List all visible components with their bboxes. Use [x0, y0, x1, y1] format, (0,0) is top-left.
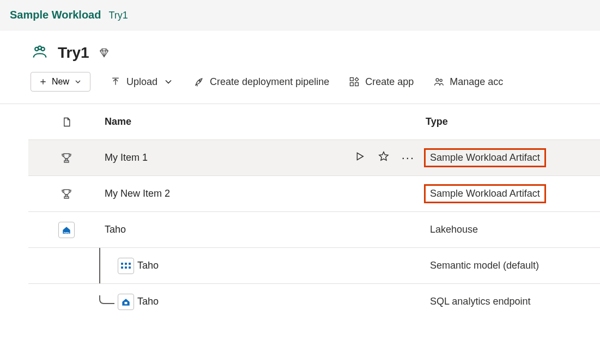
trophy-icon — [59, 186, 74, 202]
svg-point-2 — [38, 46, 41, 50]
item-name: Taho — [137, 296, 159, 307]
row-actions: ··· — [354, 150, 415, 165]
toolbar: New Upload Create deployment pipeline Cr… — [0, 72, 600, 104]
column-type-header[interactable]: Type — [426, 116, 600, 128]
trophy-icon — [59, 150, 74, 166]
table-header: Name Type — [28, 104, 600, 139]
table-row-child[interactable]: TahoSemantic model (default) — [28, 247, 600, 283]
item-name: Taho — [105, 224, 126, 235]
plus-icon — [39, 77, 47, 86]
workspace-header: Try1 — [0, 44, 600, 72]
app-name[interactable]: Sample Workload — [10, 9, 101, 21]
run-icon[interactable] — [354, 150, 366, 165]
item-type: Semantic model (default) — [426, 258, 543, 274]
new-button-label: New — [52, 77, 69, 87]
svg-point-3 — [199, 80, 201, 82]
favorite-star-icon[interactable] — [378, 150, 390, 165]
premium-diamond-icon — [98, 47, 110, 59]
workspace-name: Try1 — [58, 44, 89, 62]
breadcrumb-bar: Sample Workload Try1 — [0, 0, 600, 31]
item-type: Lakehouse — [426, 222, 482, 238]
svg-rect-5 — [355, 83, 359, 86]
svg-point-8 — [440, 79, 442, 81]
file-icon — [61, 117, 72, 128]
item-name: Taho — [137, 260, 159, 271]
svg-rect-4 — [350, 78, 354, 81]
chevron-down-icon — [163, 76, 174, 87]
create-app-button[interactable]: Create app — [349, 76, 414, 88]
table-row[interactable]: TahoLakehouse — [28, 211, 600, 247]
manage-access-button[interactable]: Manage acc — [433, 76, 503, 88]
workspace-content: Try1 New Upload Create deployment pipeli… — [0, 31, 600, 319]
chevron-down-icon — [74, 77, 82, 86]
svg-rect-9 — [125, 302, 128, 304]
lakehouse-icon — [58, 222, 75, 238]
create-app-label: Create app — [365, 76, 414, 88]
rocket-icon — [193, 76, 204, 87]
create-pipeline-label: Create deployment pipeline — [210, 76, 329, 88]
sql-endpoint-icon — [118, 294, 134, 310]
more-actions-icon[interactable]: ··· — [402, 152, 415, 164]
semantic-model-icon — [118, 258, 134, 274]
svg-rect-6 — [350, 83, 354, 86]
column-icon-header — [28, 117, 105, 128]
apps-icon — [349, 76, 360, 87]
manage-access-label: Manage acc — [450, 76, 503, 88]
item-type: SQL analytics endpoint — [426, 294, 535, 310]
workspace-icon — [31, 44, 49, 62]
item-name: My New Item 2 — [105, 188, 170, 199]
create-pipeline-button[interactable]: Create deployment pipeline — [193, 76, 329, 88]
upload-label: Upload — [126, 76, 157, 88]
item-name: My Item 1 — [105, 152, 148, 163]
table-row[interactable]: My New Item 2Sample Workload Artifact — [28, 175, 600, 211]
table-row-child[interactable]: TahoSQL analytics endpoint — [28, 283, 600, 319]
items-table: Name Type My Item 1Sample Workload Artif… — [0, 104, 600, 319]
item-type: Sample Workload Artifact — [426, 186, 544, 202]
svg-point-7 — [436, 78, 439, 81]
upload-button[interactable]: Upload — [110, 76, 174, 88]
upload-icon — [110, 76, 121, 87]
people-icon — [433, 76, 444, 87]
item-type: Sample Workload Artifact — [426, 150, 544, 166]
new-button[interactable]: New — [31, 72, 90, 92]
table-row[interactable]: My Item 1Sample Workload Artifact··· — [28, 139, 600, 175]
breadcrumb-workspace[interactable]: Try1 — [108, 10, 128, 21]
column-name-header[interactable]: Name — [105, 116, 426, 128]
